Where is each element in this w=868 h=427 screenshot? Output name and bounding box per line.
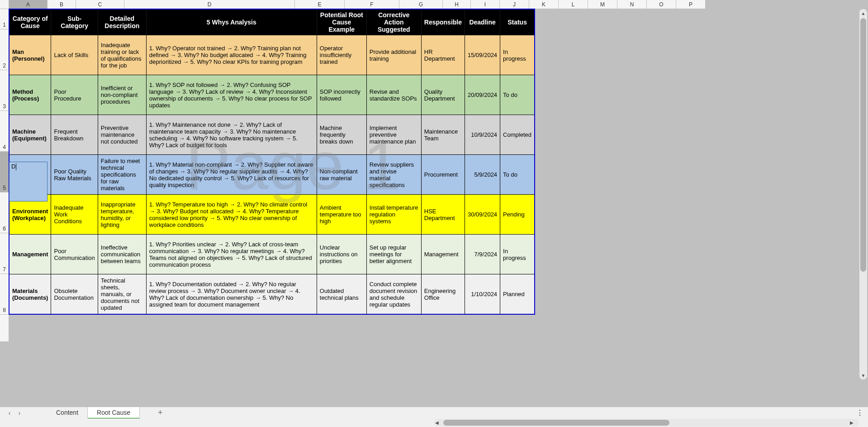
cell[interactable]: Non-compliant raw material — [317, 155, 366, 195]
cell[interactable]: Engineering Office — [421, 274, 465, 314]
cell[interactable]: HSE Department — [421, 195, 465, 235]
cell[interactable]: Operator insufficiently trained — [317, 35, 366, 75]
row-header-1[interactable]: 1 — [0, 9, 9, 29]
column-header-e[interactable]: E — [295, 0, 345, 9]
header-rootcause[interactable]: Potential Root Cause Example — [317, 10, 366, 35]
cell[interactable]: Failure to meet technical specifications… — [98, 155, 146, 195]
cell[interactable]: Set up regular meetings for better align… — [366, 235, 421, 274]
column-header-p[interactable]: P — [676, 0, 706, 9]
cell[interactable]: Revise and standardize SOPs — [366, 75, 421, 115]
column-header-k[interactable]: K — [529, 0, 559, 9]
cell-editor[interactable]: D — [9, 162, 47, 202]
cell[interactable]: 1/10/2024 — [465, 274, 500, 314]
cell[interactable]: Technical sheets, manuals, or documents … — [98, 274, 146, 314]
cell[interactable]: 1. Why? Documentation outdated → 2. Why?… — [146, 274, 317, 314]
column-header-j[interactable]: J — [500, 0, 529, 9]
tab-content[interactable]: Content — [47, 407, 88, 419]
cell[interactable]: Planned — [500, 274, 535, 314]
cell[interactable]: Management — [9, 235, 51, 274]
scroll-up-icon[interactable]: ▲ — [859, 9, 867, 17]
cell[interactable]: Implement preventive maintenance plan — [366, 115, 421, 155]
cell[interactable]: Pending — [500, 195, 535, 235]
cell[interactable]: Machine frequently breaks down — [317, 115, 366, 155]
cell[interactable]: Preventive maintenance not conducted — [98, 115, 146, 155]
column-header-h[interactable]: H — [443, 0, 471, 9]
cell[interactable]: 10/9/2024 — [465, 115, 500, 155]
cell[interactable]: Install temperature regulation systems — [366, 195, 421, 235]
cell[interactable]: Completed — [500, 115, 535, 155]
tab-prev-icon[interactable]: ‹ — [5, 408, 14, 418]
select-all-corner[interactable] — [0, 0, 9, 9]
column-header-g[interactable]: G — [399, 0, 443, 9]
cell[interactable]: Management — [421, 235, 465, 274]
row-header-8[interactable]: 8 — [0, 274, 9, 315]
cell[interactable]: Ineffective communication between teams — [98, 235, 146, 274]
cell[interactable]: Poor Quality Raw Materials — [51, 155, 98, 195]
cell[interactable]: SOP incorrectly followed — [317, 75, 366, 115]
header-corrective[interactable]: Corrective Action Suggested — [366, 10, 421, 35]
row-header-5[interactable]: 5 — [0, 152, 9, 192]
vertical-scroll-thumb[interactable] — [860, 18, 866, 272]
add-sheet-button[interactable]: + — [153, 408, 167, 417]
cell[interactable]: HR Department — [421, 35, 465, 75]
scroll-down-icon[interactable]: ▼ — [859, 371, 867, 379]
cell[interactable]: 5/9/2024 — [465, 155, 500, 195]
column-header-i[interactable]: I — [471, 0, 500, 9]
row-header-empty[interactable] — [0, 315, 9, 342]
cell[interactable]: 1. Why? Priorities unclear → 2. Why? Lac… — [146, 235, 317, 274]
horizontal-scrollbar[interactable]: ◀ ▶ — [434, 419, 859, 427]
cell[interactable]: Poor Communication — [51, 235, 98, 274]
row-header-4[interactable]: 4 — [0, 111, 9, 152]
cell[interactable]: 1. Why? SOP not followed → 2. Why? Confu… — [146, 75, 317, 115]
cell[interactable]: Unclear instructions on priorities — [317, 235, 366, 274]
cell[interactable]: Quality Department — [421, 75, 465, 115]
tab-next-icon[interactable]: › — [14, 408, 24, 418]
header-status[interactable]: Status — [500, 10, 535, 35]
column-header-d[interactable]: D — [124, 0, 295, 9]
cell[interactable]: Inefficient or non-compliant procedures — [98, 75, 146, 115]
scroll-right-icon[interactable]: ▶ — [850, 420, 858, 425]
cell[interactable]: Man (Personnel) — [9, 35, 51, 75]
row-header-3[interactable]: 3 — [0, 70, 9, 111]
header-analysis[interactable]: 5 Whys Analysis — [146, 10, 317, 35]
cell[interactable]: 1. Why? Temperature too high → 2. Why? N… — [146, 195, 317, 235]
cell[interactable]: Machine (Equipment) — [9, 115, 51, 155]
cell[interactable]: Ambient temperature too high — [317, 195, 366, 235]
cell[interactable]: 1. Why? Operator not trained → 2. Why? T… — [146, 35, 317, 75]
cell[interactable]: 30/09/2024 — [465, 195, 500, 235]
column-header-f[interactable]: F — [345, 0, 399, 9]
cell[interactable]: In progress — [500, 35, 535, 75]
column-header-a[interactable]: A — [9, 0, 47, 9]
cell[interactable]: 1. Why? Material non-compliant → 2. Why?… — [146, 155, 317, 195]
tab-root-cause[interactable]: Root Cause — [88, 407, 140, 419]
column-header-c[interactable]: C — [76, 0, 124, 9]
column-header-o[interactable]: O — [647, 0, 676, 9]
cell[interactable]: Outdated technical plans — [317, 274, 366, 314]
header-responsible[interactable]: Responsible — [421, 10, 465, 35]
column-header-n[interactable]: N — [617, 0, 647, 9]
tab-menu-icon[interactable]: ⋮ — [856, 408, 863, 417]
cell[interactable]: Review suppliers and revise material spe… — [366, 155, 421, 195]
scroll-left-icon[interactable]: ◀ — [435, 420, 443, 425]
cell[interactable]: Poor Procedure — [51, 75, 98, 115]
cell[interactable]: 1. Why? Maintenance not done → 2. Why? L… — [146, 115, 317, 155]
cell[interactable]: Materials (Documents) — [9, 274, 51, 314]
horizontal-scroll-thumb[interactable] — [443, 420, 669, 426]
header-subcategory[interactable]: Sub-Category — [51, 10, 98, 35]
row-header-7[interactable]: 7 — [0, 233, 9, 274]
cell[interactable]: Method (Process) — [9, 75, 51, 115]
cell[interactable]: 7/9/2024 — [465, 235, 500, 274]
row-header-6[interactable]: 6 — [0, 192, 9, 233]
cell[interactable]: To do — [500, 75, 535, 115]
cell[interactable]: Provide additional training — [366, 35, 421, 75]
column-header-b[interactable]: B — [47, 0, 76, 9]
cell[interactable]: Inappropriate temperature, humidity, or … — [98, 195, 146, 235]
cell[interactable]: Conduct complete document revision and s… — [366, 274, 421, 314]
cell[interactable]: Lack of Skills — [51, 35, 98, 75]
cell[interactable]: Frequent Breakdown — [51, 115, 98, 155]
header-deadline[interactable]: Deadline — [465, 10, 500, 35]
cell[interactable]: Inadequate Work Conditions — [51, 195, 98, 235]
cell[interactable]: 15/09/2024 — [465, 35, 500, 75]
row-header-2[interactable]: 2 — [0, 29, 9, 70]
column-header-l[interactable]: L — [559, 0, 588, 9]
